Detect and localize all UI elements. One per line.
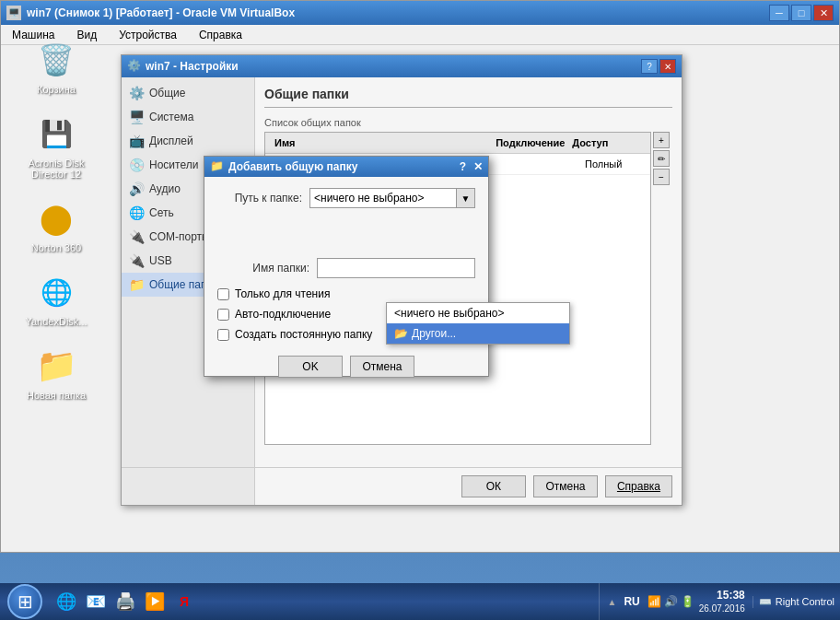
readonly-checkbox[interactable] <box>217 288 229 300</box>
row-connection <box>518 162 581 166</box>
dropdown-other-label: Другои... <box>412 327 456 340</box>
vbox-title-buttons: ─ □ ✕ <box>769 5 834 21</box>
audio-icon: 🔊 <box>129 181 144 196</box>
settings-help-btn[interactable]: Справка <box>605 475 672 497</box>
nav-label-nositeli: Носители <box>149 158 198 171</box>
start-orb-icon: ⊞ <box>7 584 42 619</box>
vbox-close-button[interactable]: ✕ <box>813 5 834 21</box>
recycle-bin-label: Корзина <box>37 84 76 95</box>
add-folder-close-button[interactable]: ✕ <box>473 160 483 173</box>
nav-label-sistema: Система <box>149 111 193 123</box>
add-folder-cancel-button[interactable]: Отмена <box>350 356 414 378</box>
dropdown-nothing-label: <ничего не выбрано> <box>394 307 505 320</box>
norton-icon: ⬤ <box>34 196 78 240</box>
quick-ie-icon[interactable]: 🌐 <box>53 589 79 614</box>
path-form-row: Путь к папке: ▼ <box>217 188 475 208</box>
settings-help-button[interactable]: ? <box>641 59 658 74</box>
system-tray: ▲ RU 📶 🔊 🔋 15:38 26.07.2016 <box>599 583 752 620</box>
quick-print-icon[interactable]: 🖨️ <box>112 589 138 614</box>
add-folder-buttons: OK Отмена <box>217 356 475 378</box>
sistema-icon: 🖥️ <box>129 110 144 124</box>
recycle-bin-icon: 🗑️ <box>34 38 78 82</box>
menu-devices[interactable]: Устройства <box>115 27 181 43</box>
quick-mail-icon[interactable]: 📧 <box>83 589 109 614</box>
quick-play-icon[interactable]: ▶️ <box>142 589 168 614</box>
name-input[interactable] <box>317 258 475 278</box>
settings-title-text: win7 - Настройки <box>146 60 641 73</box>
add-folder-title-bar: 📁 Добавить общую папку ? ✕ <box>204 157 488 177</box>
dropdown-item-other[interactable]: 📂 Другои... <box>387 323 569 344</box>
tray-time: 15:38 26.07.2016 <box>699 588 745 616</box>
col-name: Имя <box>271 135 347 150</box>
settings-bottom-buttons: ОК Отмена Справка <box>122 467 682 505</box>
add-folder-button[interactable]: + <box>653 132 670 148</box>
dropdown-item-nothing[interactable]: <ничего не выбрано> <box>387 303 569 323</box>
tray-time-text: 15:38 <box>699 588 745 603</box>
edit-folder-button[interactable]: ✏ <box>653 150 670 167</box>
tray-expand-icon[interactable]: ▲ <box>607 597 616 607</box>
list-label: Список общих папок <box>264 117 672 128</box>
nav-label-com: COM-порты <box>149 230 210 243</box>
sf-toolbar: + ✏ − <box>653 132 670 445</box>
right-control-label: Right Control <box>776 596 834 607</box>
add-folder-help-label[interactable]: ? <box>460 160 466 173</box>
row-access: Полный <box>581 157 645 171</box>
quick-yandex-icon[interactable]: Я <box>171 589 197 614</box>
tray-network-icon[interactable]: 📶 <box>648 594 662 609</box>
tray-icons: 📶 🔊 🔋 <box>648 594 695 609</box>
desktop-icon-new-folder[interactable]: 📁 Новая папка <box>1 340 111 404</box>
settings-title-bar: ⚙️ win7 - Настройки ? ✕ <box>122 55 682 77</box>
desktop-icon-acronis[interactable]: 💾 Acronis Disk Director 12 <box>1 108 111 183</box>
nav-item-displej[interactable]: 📺 Дисплей <box>122 129 254 153</box>
tray-battery-icon[interactable]: 🔋 <box>681 594 695 609</box>
nav-label-displej: Дисплей <box>149 135 193 147</box>
vbox-maximize-button[interactable]: □ <box>791 5 811 21</box>
path-label: Путь к папке: <box>217 192 302 205</box>
tray-date-text: 26.07.2016 <box>699 602 745 615</box>
start-button[interactable]: ⊞ <box>0 583 50 620</box>
yandex-label: YandexDisk... <box>25 316 87 327</box>
papki-icon: 📁 <box>129 277 144 292</box>
settings-cancel-button[interactable]: Отмена <box>533 475 598 497</box>
displej-icon: 📺 <box>129 134 144 148</box>
nositeli-icon: 💿 <box>129 158 144 172</box>
vbox-minimize-button[interactable]: ─ <box>769 5 789 21</box>
settings-title-icon: ⚙️ <box>127 59 142 74</box>
col-path <box>347 135 492 150</box>
tray-lang[interactable]: RU <box>620 593 643 610</box>
vbox-title-bar: 🖥️ win7 (Снимок 1) [Работает] - Oracle V… <box>1 1 839 25</box>
path-dropdown-button[interactable]: ▼ <box>457 188 475 208</box>
add-folder-ok-button[interactable]: OK <box>278 356 343 378</box>
settings-title-buttons: ? ✕ <box>641 59 676 74</box>
tray-volume-icon[interactable]: 🔊 <box>664 594 679 609</box>
settings-ok-button[interactable]: ОК <box>461 475 526 497</box>
desktop-icon-recycle-bin[interactable]: 🗑️ Корзина <box>1 34 111 99</box>
name-form-row: Имя папки: <box>217 258 475 278</box>
table-header: Имя Подключение Доступ <box>265 133 650 154</box>
main-content: ⚙️ win7 - Настройки ? ✕ ⚙️ Общие <box>111 45 839 552</box>
nav-label-obshie: Общие <box>149 87 185 99</box>
col-connection: Подключение <box>492 135 568 150</box>
remove-folder-button[interactable]: − <box>653 169 670 185</box>
path-input[interactable] <box>309 188 457 208</box>
autoconnect-checkbox[interactable] <box>217 309 229 321</box>
nav-item-obshie[interactable]: ⚙️ Общие <box>122 81 254 105</box>
col-access: Доступ <box>568 135 645 150</box>
obshie-icon: ⚙️ <box>129 86 144 100</box>
desktop-icon-norton[interactable]: ⬤ Norton 360 <box>1 193 111 257</box>
permanent-checkbox[interactable] <box>217 329 229 341</box>
add-folder-title-text: Добавить общую папку <box>228 160 460 173</box>
right-control: ⌨️ Right Control <box>752 596 840 608</box>
nav-item-sistema[interactable]: 🖥️ Система <box>122 105 254 129</box>
vbox-title-text: win7 (Снимок 1) [Работает] - Oracle VM V… <box>27 6 769 19</box>
nav-label-set: Сеть <box>149 206 174 219</box>
path-combo: ▼ <box>309 188 475 208</box>
permanent-label: Создать постоянную папку <box>235 328 372 341</box>
acronis-label: Acronis Disk Director 12 <box>24 158 88 180</box>
new-folder-label: Новая папка <box>27 390 86 401</box>
settings-close-button[interactable]: ✕ <box>659 59 676 74</box>
menu-help[interactable]: Справка <box>195 27 246 43</box>
usb-icon: 🔌 <box>129 253 144 268</box>
desktop-icon-yandex[interactable]: 🌐 YandexDisk... <box>1 266 111 331</box>
norton-label: Norton 360 <box>31 242 81 253</box>
